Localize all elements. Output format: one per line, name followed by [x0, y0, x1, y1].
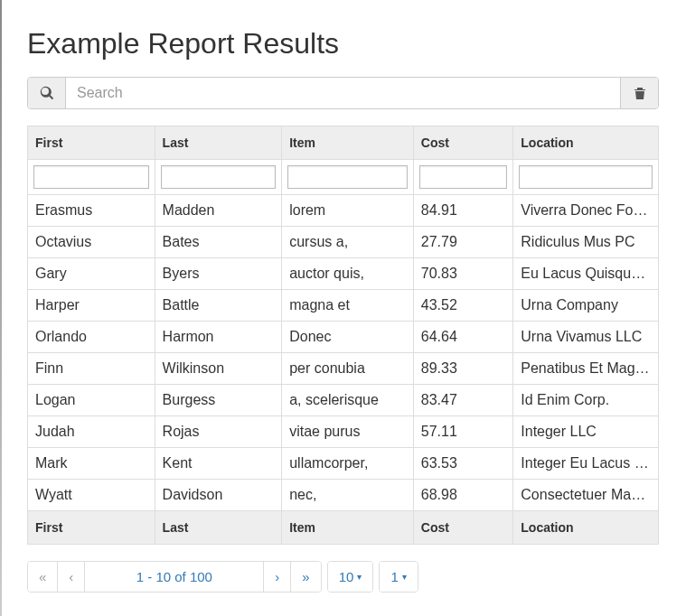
- page-next-button[interactable]: ›: [264, 562, 291, 592]
- page-first-button[interactable]: «: [28, 562, 58, 592]
- cell-last: Madden: [155, 195, 282, 227]
- cell-last: Wilkinson: [155, 353, 282, 385]
- cell-item: magna et: [282, 290, 414, 322]
- cell-item: lorem: [282, 195, 414, 227]
- cell-last: Burgess: [155, 385, 282, 416]
- cell-cost: 64.64: [413, 322, 512, 353]
- page-size-select[interactable]: 10 ▾: [328, 562, 373, 592]
- filter-location-input[interactable]: [519, 165, 653, 189]
- cell-first: Harper: [28, 290, 155, 322]
- cell-location: Urna Company: [513, 290, 659, 322]
- caret-down-icon: ▾: [402, 572, 407, 582]
- table-row: WyattDavidsonnec,68.98Consectetuer Mauri…: [28, 480, 659, 511]
- cell-cost: 89.33: [413, 353, 512, 385]
- cell-last: Battle: [155, 290, 282, 322]
- filter-last-input[interactable]: [161, 165, 277, 189]
- table-row: FinnWilkinsonper conubia89.33Penatibus E…: [28, 353, 659, 385]
- col-footer-first: First: [28, 511, 155, 545]
- cell-cost: 43.52: [413, 290, 512, 322]
- cell-location: Consectetuer Mauris Corp.: [513, 480, 659, 511]
- page-title: Example Report Results: [27, 27, 659, 61]
- table-row: ErasmusMaddenlorem84.91Viverra Donec Fou…: [28, 195, 659, 227]
- cell-cost: 84.91: [413, 195, 512, 227]
- cell-first: Logan: [28, 385, 155, 416]
- cell-first: Wyatt: [28, 480, 155, 511]
- col-header-cost[interactable]: Cost: [413, 126, 512, 160]
- table-row: MarkKentullamcorper,63.53Integer Eu Lacu…: [28, 448, 659, 480]
- cell-cost: 68.98: [413, 480, 512, 511]
- table-row: OctaviusBatescursus a,27.79Ridiculus Mus…: [28, 227, 659, 258]
- col-footer-item: Item: [282, 511, 414, 545]
- col-header-last[interactable]: Last: [155, 126, 282, 160]
- cell-item: vitae purus: [282, 416, 414, 448]
- page-number-value: 1: [390, 569, 398, 584]
- cell-first: Orlando: [28, 322, 155, 353]
- cell-item: nec,: [282, 480, 414, 511]
- col-footer-cost: Cost: [413, 511, 512, 545]
- col-header-item[interactable]: Item: [282, 126, 414, 160]
- cell-item: a, scelerisque: [282, 385, 414, 416]
- trash-icon: [633, 86, 647, 100]
- col-footer-last: Last: [155, 511, 282, 545]
- col-header-first[interactable]: First: [28, 126, 155, 160]
- page-size-value: 10: [339, 569, 354, 584]
- cell-first: Erasmus: [28, 195, 155, 227]
- cell-first: Octavius: [28, 227, 155, 258]
- cell-first: Gary: [28, 258, 155, 290]
- col-footer-location: Location: [513, 511, 659, 545]
- table-row: GaryByersauctor quis,70.83Eu Lacus Quisq…: [28, 258, 659, 290]
- cell-cost: 70.83: [413, 258, 512, 290]
- cell-cost: 57.11: [413, 416, 512, 448]
- cell-last: Byers: [155, 258, 282, 290]
- page-prev-button[interactable]: ‹: [58, 562, 85, 592]
- table-row: HarperBattlemagna et43.52Urna Company: [28, 290, 659, 322]
- filter-row: [28, 160, 659, 195]
- caret-down-icon: ▾: [357, 572, 362, 582]
- cell-cost: 27.79: [413, 227, 512, 258]
- col-header-location[interactable]: Location: [513, 126, 659, 160]
- cell-location: Id Enim Corp.: [513, 385, 659, 416]
- cell-last: Harmon: [155, 322, 282, 353]
- search-input[interactable]: [66, 78, 620, 108]
- page-number-select[interactable]: 1 ▾: [380, 562, 417, 592]
- filter-first-input[interactable]: [33, 165, 149, 189]
- filter-item-input[interactable]: [287, 165, 408, 189]
- cell-location: Integer LLC: [513, 416, 659, 448]
- cell-first: Judah: [28, 416, 155, 448]
- cell-first: Finn: [28, 353, 155, 385]
- cell-last: Davidson: [155, 480, 282, 511]
- cell-item: cursus a,: [282, 227, 414, 258]
- cell-first: Mark: [28, 448, 155, 480]
- search-bar: [27, 77, 659, 109]
- pagination: « ‹ 1 - 10 of 100 › » 10 ▾ 1 ▾: [27, 561, 659, 593]
- cell-cost: 63.53: [413, 448, 512, 480]
- page-range: 1 - 10 of 100: [85, 562, 264, 592]
- table-header-row: First Last Item Cost Location: [28, 126, 659, 160]
- cell-item: per conubia: [282, 353, 414, 385]
- search-icon: [40, 86, 54, 100]
- clear-search-button[interactable]: [620, 78, 658, 108]
- cell-location: Viverra Donec Foundation: [513, 195, 659, 227]
- cell-last: Rojas: [155, 416, 282, 448]
- cell-location: Ridiculus Mus PC: [513, 227, 659, 258]
- page-last-button[interactable]: »: [291, 562, 320, 592]
- search-button[interactable]: [28, 78, 66, 108]
- table-footer-row: First Last Item Cost Location: [28, 511, 659, 545]
- cell-location: Integer Eu Lacus Inc.: [513, 448, 659, 480]
- results-table: First Last Item Cost Location ErasmusMad…: [27, 126, 659, 545]
- cell-item: Donec: [282, 322, 414, 353]
- filter-cost-input[interactable]: [419, 165, 507, 189]
- cell-item: ullamcorper,: [282, 448, 414, 480]
- cell-location: Urna Vivamus LLC: [513, 322, 659, 353]
- table-row: JudahRojasvitae purus57.11Integer LLC: [28, 416, 659, 448]
- table-row: OrlandoHarmonDonec64.64Urna Vivamus LLC: [28, 322, 659, 353]
- cell-cost: 83.47: [413, 385, 512, 416]
- table-row: LoganBurgessa, scelerisque83.47Id Enim C…: [28, 385, 659, 416]
- cell-last: Kent: [155, 448, 282, 480]
- cell-item: auctor quis,: [282, 258, 414, 290]
- cell-location: Penatibus Et Magnis LLC: [513, 353, 659, 385]
- cell-last: Bates: [155, 227, 282, 258]
- cell-location: Eu Lacus Quisque Corp.: [513, 258, 659, 290]
